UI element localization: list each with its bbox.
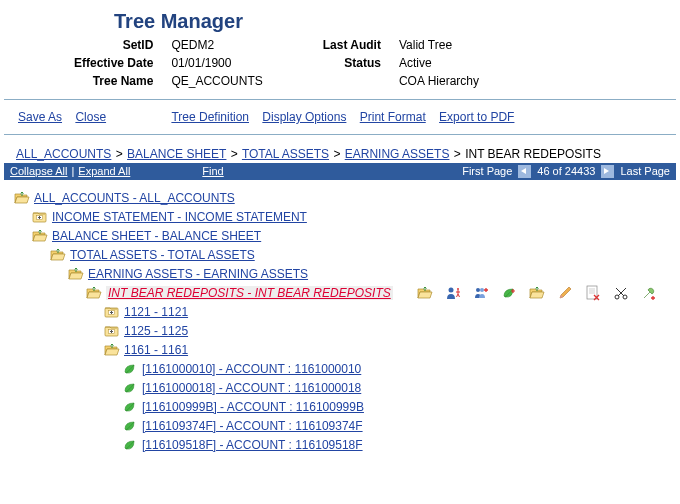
leaf-icon (122, 400, 138, 414)
label-setid: SetID (66, 37, 161, 53)
header-info: SetID QEDM2 Last Audit Valid Tree Effect… (64, 35, 489, 91)
node-label[interactable]: EARNING ASSETS - EARNING ASSETS (88, 267, 308, 281)
folder-open-icon (104, 343, 120, 357)
value-lastaudit: Valid Tree (391, 37, 487, 53)
crumb-earning[interactable]: EARNING ASSETS (345, 147, 450, 161)
tree-node[interactable]: 1125 - 1125 (104, 321, 676, 340)
action-tool-icon[interactable] (641, 285, 657, 301)
value-treename: QE_ACCOUNTS (163, 73, 270, 89)
crumb-balance[interactable]: BALANCE SHEET (127, 147, 226, 161)
node-actions (417, 285, 657, 301)
node-label[interactable]: 1125 - 1125 (124, 324, 188, 338)
tree-leaf[interactable]: [116100999B] - ACCOUNT : 116100999B (122, 397, 676, 416)
crumb-total[interactable]: TOTAL ASSETS (242, 147, 329, 161)
treedef-link[interactable]: Tree Definition (171, 110, 249, 124)
tree: ALL_ACCOUNTS - ALL_ACCOUNTS INCOME STATE… (14, 188, 676, 454)
node-label[interactable]: [1161000010] - ACCOUNT : 1161000010 (142, 362, 361, 376)
action-delete-icon[interactable] (585, 285, 601, 301)
value-desc: COA Hierarchy (391, 73, 487, 89)
export-link[interactable]: Export to PDF (439, 110, 514, 124)
action-folder-icon[interactable] (417, 285, 433, 301)
crumb-last: INT BEAR REDEPOSITS (465, 147, 601, 161)
tree-leaf[interactable]: [1161000010] - ACCOUNT : 1161000010 (122, 359, 676, 378)
folder-open-icon (86, 286, 102, 300)
display-link[interactable]: Display Options (262, 110, 346, 124)
divider (4, 99, 676, 100)
tree-node[interactable]: TOTAL ASSETS - TOTAL ASSETS (50, 245, 676, 264)
leaf-icon (122, 419, 138, 433)
prev-page-icon[interactable] (518, 165, 531, 178)
action-folder2-icon[interactable] (529, 285, 545, 301)
node-label-selected[interactable]: INT BEAR REDEPOSITS - INT BEAR REDEPOSIT… (106, 286, 393, 300)
action-addsibling-icon[interactable] (445, 285, 461, 301)
node-label[interactable]: BALANCE SHEET - BALANCE SHEET (52, 229, 261, 243)
node-label[interactable]: [116109518F] - ACCOUNT : 116109518F (142, 438, 363, 452)
value-setid: QEDM2 (163, 37, 270, 53)
label-treename: Tree Name (66, 73, 161, 89)
folder-open-icon (14, 191, 30, 205)
folder-open-icon (32, 229, 48, 243)
node-label[interactable]: 1161 - 1161 (124, 343, 188, 357)
tree-toolbar: Collapse All | Expand All Find First Pag… (4, 163, 676, 180)
divider (4, 134, 676, 135)
tree-leaf[interactable]: [1161000018] - ACCOUNT : 1161000018 (122, 378, 676, 397)
page-title: Tree Manager (114, 10, 676, 33)
action-addchild-icon[interactable] (473, 285, 489, 301)
tree-node-selected[interactable]: INT BEAR REDEPOSITS - INT BEAR REDEPOSIT… (86, 283, 676, 302)
firstpage-label: First Page (462, 163, 512, 180)
lastpage-label: Last Page (620, 163, 670, 180)
collapse-all[interactable]: Collapse All (10, 163, 67, 180)
label-lastaudit: Last Audit (315, 37, 389, 53)
tree-node[interactable]: 1161 - 1161 (104, 340, 676, 359)
folder-closed-icon (32, 210, 48, 224)
folder-closed-icon (104, 324, 120, 338)
action-edit-icon[interactable] (557, 285, 573, 301)
node-label[interactable]: [116100999B] - ACCOUNT : 116100999B (142, 400, 364, 414)
print-link[interactable]: Print Format (360, 110, 426, 124)
value-status: Active (391, 55, 487, 71)
tree-leaf[interactable]: [116109374F] - ACCOUNT : 116109374F (122, 416, 676, 435)
node-label[interactable]: TOTAL ASSETS - TOTAL ASSETS (70, 248, 255, 262)
node-label[interactable]: ALL_ACCOUNTS - ALL_ACCOUNTS (34, 191, 235, 205)
tree-leaf[interactable]: [116109518F] - ACCOUNT : 116109518F (122, 435, 676, 454)
next-page-icon[interactable] (601, 165, 614, 178)
tree-node[interactable]: 1121 - 1121 (104, 302, 676, 321)
action-cut-icon[interactable] (613, 285, 629, 301)
leaf-icon (122, 381, 138, 395)
toolbar: Save As Close Tree Definition Display Op… (4, 108, 676, 126)
find-link[interactable]: Find (202, 163, 223, 180)
folder-open-icon (50, 248, 66, 262)
tree-node[interactable]: ALL_ACCOUNTS - ALL_ACCOUNTS (14, 188, 676, 207)
saveas-link[interactable]: Save As (18, 110, 62, 124)
leaf-icon (122, 362, 138, 376)
folder-open-icon (68, 267, 84, 281)
tree-node[interactable]: INCOME STATEMENT - INCOME STATEMENT (32, 207, 676, 226)
node-label[interactable]: INCOME STATEMENT - INCOME STATEMENT (52, 210, 307, 224)
leaf-icon (122, 438, 138, 452)
breadcrumb: ALL_ACCOUNTS > BALANCE SHEET > TOTAL ASS… (4, 143, 676, 163)
node-label[interactable]: [116109374F] - ACCOUNT : 116109374F (142, 419, 363, 433)
page-position: 46 of 24433 (537, 163, 595, 180)
label-effdate: Effective Date (66, 55, 161, 71)
action-addleaf-icon[interactable] (501, 285, 517, 301)
label-status: Status (315, 55, 389, 71)
crumb-all[interactable]: ALL_ACCOUNTS (16, 147, 111, 161)
tree-node[interactable]: EARNING ASSETS - EARNING ASSETS (68, 264, 676, 283)
node-label[interactable]: 1121 - 1121 (124, 305, 188, 319)
folder-closed-icon (104, 305, 120, 319)
tree-node[interactable]: BALANCE SHEET - BALANCE SHEET (32, 226, 676, 245)
close-link[interactable]: Close (75, 110, 106, 124)
expand-all[interactable]: Expand All (78, 163, 130, 180)
value-effdate: 01/01/1900 (163, 55, 270, 71)
node-label[interactable]: [1161000018] - ACCOUNT : 1161000018 (142, 381, 361, 395)
